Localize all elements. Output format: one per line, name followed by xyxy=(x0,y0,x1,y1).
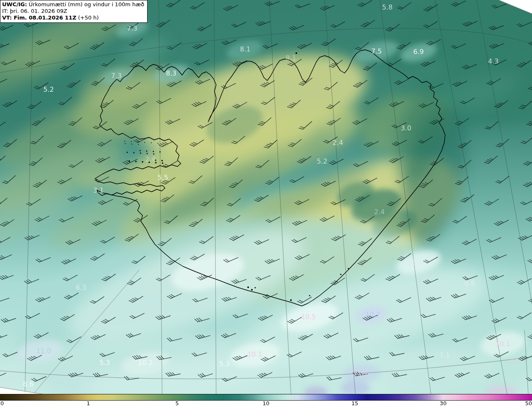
islet-dot xyxy=(158,143,158,144)
islet-dot xyxy=(131,144,132,144)
islet-dot xyxy=(161,160,163,161)
islet-dot xyxy=(147,153,148,154)
islet-dot xyxy=(135,161,137,162)
islet-dot xyxy=(151,142,152,143)
islet-dot xyxy=(162,162,163,164)
colorbar-tick: 30 xyxy=(440,400,447,406)
islet-dot xyxy=(155,162,157,164)
islet-dot xyxy=(153,154,155,155)
map-canvas xyxy=(0,0,532,394)
islet-dot xyxy=(124,141,125,142)
islet-dot xyxy=(146,151,148,152)
colorbar-tick: 50 xyxy=(525,400,532,406)
islet-dot xyxy=(251,289,253,291)
model-label: UWC/IG: xyxy=(2,1,27,7)
islet-dot xyxy=(138,144,139,145)
islet-dot xyxy=(309,295,310,296)
precip-colorbar xyxy=(0,394,532,401)
init-time-line: IT: þri. 06. 01. 2026 09Z xyxy=(2,8,144,15)
islet-dot xyxy=(127,152,128,153)
weather-map-page: 5.87.38.18.17.56.94.37.38.35.23.02.42.45… xyxy=(0,0,532,406)
islet-dot xyxy=(155,159,156,161)
islet-dot xyxy=(140,153,141,154)
islet-dot xyxy=(290,299,292,301)
valid-time-line: VT: Fim. 08.01.2026 11Z (+50 h) xyxy=(2,15,144,21)
islet-dot xyxy=(348,268,349,269)
islet-dot xyxy=(142,161,143,163)
colorbar-tick: 1 xyxy=(86,400,90,406)
islet-dot xyxy=(144,142,145,143)
colorbar-tick: 0 xyxy=(0,400,4,406)
islet-dot xyxy=(247,286,249,288)
islet-dot xyxy=(131,141,132,142)
islet-dot xyxy=(148,161,150,163)
colorbar-tick: 5 xyxy=(175,400,179,406)
islet-dot xyxy=(340,274,341,275)
islet-dot xyxy=(296,52,297,54)
islet-dot xyxy=(160,152,161,153)
islet-dot xyxy=(125,143,126,144)
islet-dot xyxy=(133,152,135,154)
colorbar-tick: 10 xyxy=(263,400,270,406)
islet-dot xyxy=(140,150,141,152)
colorbar-tick-labels: 01510153050 xyxy=(0,401,532,406)
islet-dot xyxy=(255,287,256,289)
islet-dot xyxy=(153,151,154,152)
title-box: UWC/IG: Úrkomumætti (mm) og vindur i 100… xyxy=(0,0,148,23)
colorbar-tick: 15 xyxy=(351,400,358,406)
title-line: UWC/IG: Úrkomumætti (mm) og vindur i 100… xyxy=(2,1,144,8)
